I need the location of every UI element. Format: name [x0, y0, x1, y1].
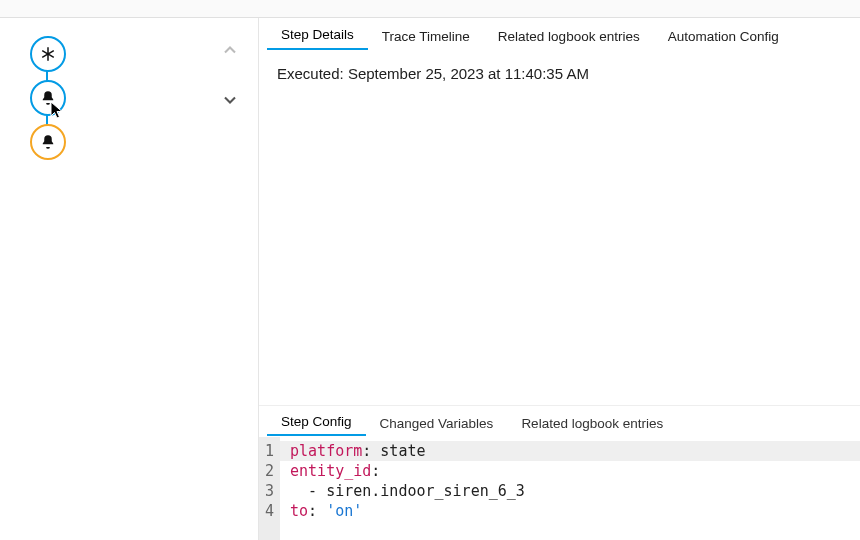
line-number: 2 [265, 461, 274, 481]
tab-step-config[interactable]: Step Config [267, 409, 366, 436]
tab-related-logbook-top[interactable]: Related logbook entries [484, 23, 654, 50]
chevron-up-icon [220, 40, 240, 60]
executed-timestamp: Executed: September 25, 2023 at 11:40:35… [277, 65, 589, 82]
code-line: platform: state [280, 441, 860, 461]
step-next-button[interactable] [220, 90, 240, 113]
tab-step-details[interactable]: Step Details [267, 21, 368, 50]
trace-node-action[interactable] [30, 124, 66, 160]
step-detail-body: Executed: September 25, 2023 at 11:40:35… [259, 51, 860, 405]
chevron-down-icon [220, 90, 240, 110]
bell-icon [39, 133, 57, 151]
code-line: entity_id: [290, 461, 860, 481]
tab-automation-config[interactable]: Automation Config [654, 23, 793, 50]
code-editor[interactable]: 1 2 3 4 platform: state entity_id: - sir… [259, 437, 860, 540]
bell-icon [39, 89, 57, 107]
tab-trace-timeline[interactable]: Trace Timeline [368, 23, 484, 50]
bottom-tabs: Step Config Changed Variables Related lo… [259, 406, 860, 437]
tab-changed-variables[interactable]: Changed Variables [366, 411, 508, 436]
code-body: platform: state entity_id: - siren.indoo… [280, 437, 860, 540]
code-line: - siren.indoor_siren_6_3 [290, 481, 860, 501]
main-layout: Step Details Trace Timeline Related logb… [0, 18, 860, 540]
tab-related-logbook-bottom[interactable]: Related logbook entries [507, 411, 677, 436]
top-tabs: Step Details Trace Timeline Related logb… [259, 18, 860, 51]
line-number: 3 [265, 481, 274, 501]
asterisk-icon [39, 45, 57, 63]
code-gutter: 1 2 3 4 [259, 437, 280, 540]
line-number: 4 [265, 501, 274, 521]
detail-panel: Step Details Trace Timeline Related logb… [259, 18, 860, 540]
window-top-strip [0, 0, 860, 18]
line-number: 1 [265, 441, 274, 461]
code-line: to: 'on' [290, 501, 860, 521]
trace-graph-panel [0, 18, 259, 540]
trace-node-trigger[interactable] [30, 36, 66, 72]
trace-node-condition[interactable] [30, 80, 66, 116]
step-prev-button[interactable] [220, 40, 240, 63]
